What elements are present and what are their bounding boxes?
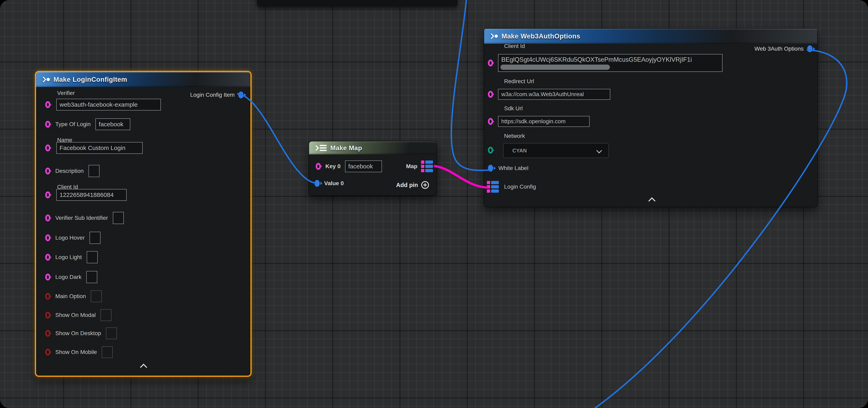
wire-map-to-login-config[interactable] <box>434 166 489 188</box>
network-dropdown[interactable]: CYAN <box>503 143 609 158</box>
pin-row-show-on-modal: Show On Modal <box>45 309 112 321</box>
pin-row-main-option: Main Option <box>45 291 102 302</box>
pin-row-show-on-mobile: Show On Mobile <box>45 346 113 358</box>
verifier-field[interactable]: web3auth-facebook-example <box>56 99 161 110</box>
pin-row-logo-light: Logo Light <box>45 251 98 263</box>
pin-row-logo-hover: Logo Hover <box>45 232 100 244</box>
client-id-scrollbar[interactable] <box>500 65 610 70</box>
make-struct-icon <box>41 77 50 81</box>
output-row-web3auth-options: Web 3Auth Options <box>754 45 812 52</box>
output-row-map: Map <box>406 161 433 172</box>
pin-row-client-id: BEglQSgt4cUWcj6SKRdu5QkOXTsePmMcusG5EAoy… <box>488 54 722 72</box>
collapse-chevron-icon[interactable] <box>648 197 655 204</box>
input-pin-verifier-sub-identifier[interactable] <box>45 214 51 222</box>
output-pin-label: Login Config Item <box>190 92 235 98</box>
pin-row-verifier-sub-identifier: Verifier Sub Identifier <box>45 212 124 224</box>
pin-row-logo-dark: Logo Dark <box>45 271 97 283</box>
logo-dark-field[interactable] <box>86 271 97 283</box>
pin-row-verifier: web3auth-facebook-example <box>45 99 161 110</box>
node-make-map[interactable]: Make Map Key 0 facebook Map Value 0 Add … <box>309 141 437 196</box>
client-id-field[interactable]: 1222658941886084 <box>56 189 127 201</box>
node-title: Make Map <box>330 144 362 152</box>
output-pin-label: Web 3Auth Options <box>754 45 804 52</box>
input-pin-show-on-desktop[interactable] <box>45 330 51 337</box>
logo-light-field[interactable] <box>87 251 98 263</box>
pin-row-show-on-desktop: Show On Desktop <box>45 328 117 339</box>
pin-row-network <box>488 147 493 154</box>
redirect-url-field[interactable]: w3a://com.w3a.Web3AuthUnreal <box>498 89 610 100</box>
verifier-sub-identifier-field[interactable] <box>113 212 124 224</box>
name-field[interactable]: Facebook Custom Login <box>56 142 143 154</box>
input-pin-logo-light[interactable] <box>45 254 51 261</box>
input-pin-white-label[interactable] <box>488 165 493 172</box>
sdk-url-field[interactable]: https://sdk.openlogin.com <box>498 116 590 127</box>
pin-row-client-id: 1222658941886084 <box>45 189 127 201</box>
input-pin-main-option[interactable] <box>45 293 51 300</box>
chevron-down-icon <box>596 148 602 154</box>
offscreen-node-partial[interactable] <box>257 0 458 6</box>
logo-hover-field[interactable] <box>90 232 100 244</box>
pin-label: Sdk Url <box>504 105 523 112</box>
client-id-field[interactable]: BEglQSgt4cUWcj6SKRdu5QkOXTsePmMcusG5EAoy… <box>498 54 722 72</box>
login-config-map-pin-icon[interactable] <box>487 181 499 193</box>
node-make-web3authoptions[interactable]: Make Web3AuthOptions Web 3Auth Options C… <box>484 28 818 207</box>
input-pin-description[interactable] <box>45 168 51 174</box>
node-make-loginconfigitem[interactable]: Make LoginConfigItem Login Config Item V… <box>35 71 252 377</box>
input-pin-logo-hover[interactable] <box>45 234 51 241</box>
node-header[interactable]: Make Map <box>309 141 437 155</box>
input-pin-client-id[interactable] <box>488 60 493 66</box>
pin-row-name: Facebook Custom Login <box>45 142 143 154</box>
pin-row-key-0: Key 0 facebook <box>316 161 382 172</box>
make-map-icon <box>314 145 327 151</box>
pin-row-value-0: Value 0 <box>314 180 344 187</box>
show-on-desktop-checkbox[interactable] <box>106 328 117 339</box>
input-pin-show-on-mobile[interactable] <box>45 349 51 355</box>
input-pin-show-on-modal[interactable] <box>45 312 51 318</box>
show-on-modal-checkbox[interactable] <box>100 309 112 321</box>
add-pin-icon <box>421 181 429 189</box>
pin-row-white-label: White Label <box>488 165 528 172</box>
blueprint-graph-canvas[interactable]: Make LoginConfigItem Login Config Item V… <box>0 0 868 408</box>
output-pin-web3auth-options[interactable] <box>807 45 812 52</box>
input-pin-type-of-login[interactable] <box>45 121 51 128</box>
show-on-mobile-checkbox[interactable] <box>102 346 113 358</box>
input-pin-network[interactable] <box>488 147 493 154</box>
node-header[interactable]: Make LoginConfigItem <box>36 72 250 87</box>
node-title: Make LoginConfigItem <box>54 76 127 83</box>
node-header[interactable]: Make Web3AuthOptions <box>484 29 817 44</box>
pin-row-login-config: Login Config <box>487 181 536 193</box>
main-option-checkbox[interactable] <box>91 291 102 302</box>
input-pin-sdk-url[interactable] <box>488 118 493 125</box>
key-0-field[interactable]: facebook <box>345 161 382 172</box>
type-of-login-field[interactable]: facebook <box>95 118 130 130</box>
add-pin-button[interactable]: Add pin <box>396 181 429 189</box>
pin-row-type-of-login: Type Of Login facebook <box>45 118 130 130</box>
description-field[interactable] <box>89 165 99 177</box>
pin-row-sdk-url: https://sdk.openlogin.com <box>488 116 590 127</box>
input-pin-verifier[interactable] <box>45 101 51 108</box>
make-struct-icon <box>489 34 498 38</box>
input-pin-value-0[interactable] <box>314 180 320 187</box>
pin-row-description: Description <box>45 165 99 177</box>
pin-label: Redirect Url <box>504 78 534 84</box>
collapse-row <box>649 198 654 203</box>
output-row-login-config-item: Login Config Item <box>190 92 244 98</box>
input-pin-name[interactable] <box>45 144 51 151</box>
pin-row-redirect-url: w3a://com.w3a.Web3AuthUnreal <box>488 89 610 100</box>
collapse-row <box>141 365 146 370</box>
pin-label: Client Id <box>504 43 525 49</box>
input-pin-key-0[interactable] <box>316 163 321 170</box>
map-pin-icon[interactable] <box>421 161 433 172</box>
input-pin-redirect-url[interactable] <box>488 91 493 98</box>
pin-label: Verifier <box>57 90 75 96</box>
input-pin-client-id[interactable] <box>45 192 51 198</box>
pin-label: Network <box>504 133 525 139</box>
collapse-chevron-icon[interactable] <box>140 364 147 371</box>
output-pin-login-config-item[interactable] <box>238 92 244 98</box>
input-pin-logo-dark[interactable] <box>45 274 51 280</box>
node-title: Make Web3AuthOptions <box>501 32 580 40</box>
